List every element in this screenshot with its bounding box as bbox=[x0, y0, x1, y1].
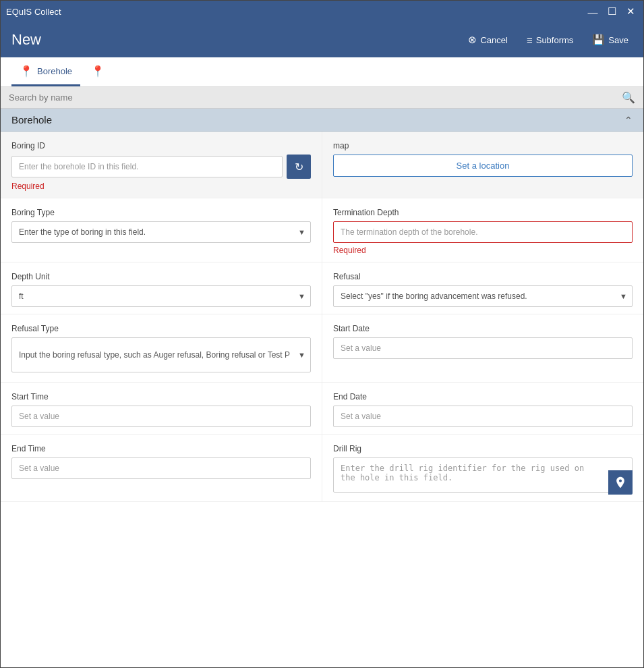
drill-rig-svg-icon bbox=[614, 476, 627, 489]
main-window: EQuIS Collect — ☐ ✕ New ⊗ Cancel ≡ Subfo… bbox=[0, 0, 644, 668]
depth-unit-wrapper: ft m cm in ▼ bbox=[11, 285, 311, 307]
boring-id-required: Required bbox=[11, 182, 311, 191]
row-boring-id-map: Boring ID ↻ Required map Set a location bbox=[1, 132, 643, 198]
subforms-button[interactable]: ≡ Subforms bbox=[523, 32, 577, 49]
title-bar-controls: — ☐ ✕ bbox=[585, 4, 638, 19]
field-boring-type: Boring Type Enter the type of boring in … bbox=[1, 198, 322, 262]
set-location-button[interactable]: Set a location bbox=[333, 155, 633, 177]
row-boring-type-termination: Boring Type Enter the type of boring in … bbox=[1, 198, 643, 262]
drill-rig-label: Drill Rig bbox=[333, 444, 633, 453]
field-map: map Set a location bbox=[322, 132, 643, 198]
end-date-input[interactable] bbox=[333, 406, 633, 427]
form-content: Boring ID ↻ Required map Set a location … bbox=[1, 132, 643, 667]
page-title: New bbox=[11, 31, 41, 49]
title-bar-left: EQuIS Collect bbox=[6, 7, 61, 17]
drill-rig-input[interactable] bbox=[333, 457, 633, 493]
row-end-time-drill-rig: End Time Drill Rig bbox=[1, 435, 643, 502]
cancel-button[interactable]: ⊗ Cancel bbox=[464, 31, 511, 49]
depth-unit-select[interactable]: ft m cm in bbox=[11, 285, 311, 307]
close-button[interactable]: ✕ bbox=[623, 4, 638, 19]
borehole-tab-label: Borehole bbox=[37, 66, 72, 76]
row-refusal-type-start-date: Refusal Type Input the boring refusal ty… bbox=[1, 314, 643, 383]
field-start-time: Start Time bbox=[1, 383, 322, 434]
end-time-label: End Time bbox=[11, 444, 311, 453]
pin-tab-icon: 📍 bbox=[91, 65, 105, 78]
field-end-time: End Time bbox=[1, 435, 322, 501]
refusal-type-wrapper: Input the boring refusal type, such as A… bbox=[11, 337, 311, 372]
cancel-label: Cancel bbox=[480, 35, 507, 45]
field-start-date: Start Date bbox=[322, 314, 643, 382]
field-refusal: Refusal Select "yes" if the boring advan… bbox=[322, 262, 643, 314]
boring-id-input[interactable] bbox=[11, 156, 283, 177]
search-bar: 🔍 bbox=[1, 87, 643, 109]
start-time-input[interactable] bbox=[11, 406, 311, 427]
boring-type-label: Boring Type bbox=[11, 208, 311, 217]
save-label: Save bbox=[608, 35, 628, 45]
search-icon: 🔍 bbox=[622, 91, 635, 104]
termination-depth-required: Required bbox=[333, 246, 633, 255]
title-bar: EQuIS Collect — ☐ ✕ bbox=[1, 1, 643, 22]
refusal-wrapper: Select "yes" if the boring advancement w… bbox=[333, 285, 633, 307]
start-date-input[interactable] bbox=[333, 337, 633, 359]
boring-id-input-row: ↻ bbox=[11, 155, 311, 179]
map-label: map bbox=[333, 141, 633, 150]
termination-depth-label: Termination Depth bbox=[333, 208, 633, 217]
start-time-label: Start Time bbox=[11, 392, 311, 401]
section-header-borehole[interactable]: Borehole ⌃ bbox=[1, 109, 643, 132]
save-icon: 💾 bbox=[592, 34, 605, 46]
app-title: EQuIS Collect bbox=[6, 7, 61, 17]
refusal-label: Refusal bbox=[333, 272, 633, 281]
field-termination-depth: Termination Depth Required bbox=[322, 198, 643, 262]
refresh-button[interactable]: ↻ bbox=[287, 155, 311, 179]
refresh-icon: ↻ bbox=[295, 161, 303, 173]
boring-id-label: Boring ID bbox=[11, 141, 311, 150]
section-title: Borehole bbox=[11, 114, 52, 126]
header-bar: New ⊗ Cancel ≡ Subforms 💾 Save bbox=[1, 22, 643, 57]
search-input[interactable] bbox=[9, 92, 622, 103]
row-start-time-end-date: Start Time End Date bbox=[1, 383, 643, 435]
tab-borehole[interactable]: 📍 Borehole bbox=[11, 57, 80, 86]
drill-rig-icon-button[interactable] bbox=[608, 470, 633, 495]
subforms-icon: ≡ bbox=[527, 34, 533, 46]
tabs-bar: 📍 Borehole 📍 bbox=[1, 57, 643, 87]
boring-type-select[interactable]: Enter the type of boring in this field. bbox=[11, 221, 311, 243]
maximize-button[interactable]: ☐ bbox=[604, 4, 619, 19]
minimize-button[interactable]: — bbox=[585, 4, 600, 19]
header-actions: ⊗ Cancel ≡ Subforms 💾 Save bbox=[464, 31, 633, 49]
subforms-label: Subforms bbox=[536, 35, 574, 45]
chevron-up-icon: ⌃ bbox=[624, 115, 633, 126]
depth-unit-label: Depth Unit bbox=[11, 272, 311, 281]
end-time-input[interactable] bbox=[11, 457, 311, 479]
boring-type-wrapper: Enter the type of boring in this field. … bbox=[11, 221, 311, 243]
drill-rig-wrapper bbox=[333, 457, 633, 495]
row-depth-unit-refusal: Depth Unit ft m cm in ▼ Refusal Select "… bbox=[1, 262, 643, 314]
field-boring-id: Boring ID ↻ Required bbox=[1, 132, 322, 198]
refusal-select[interactable]: Select "yes" if the boring advancement w… bbox=[333, 285, 633, 307]
save-button[interactable]: 💾 Save bbox=[588, 31, 633, 49]
field-depth-unit: Depth Unit ft m cm in ▼ bbox=[1, 262, 322, 314]
refusal-type-label: Refusal Type bbox=[11, 324, 311, 333]
refusal-type-select[interactable]: Input the boring refusal type, such as A… bbox=[11, 337, 311, 372]
termination-depth-input[interactable] bbox=[333, 221, 633, 243]
borehole-tab-icon: 📍 bbox=[20, 65, 33, 78]
cancel-icon: ⊗ bbox=[468, 34, 477, 46]
field-drill-rig: Drill Rig bbox=[322, 435, 643, 501]
field-end-date: End Date bbox=[322, 383, 643, 434]
end-date-label: End Date bbox=[333, 392, 633, 401]
tab-pin[interactable]: 📍 bbox=[83, 57, 113, 86]
start-date-label: Start Date bbox=[333, 324, 633, 333]
field-refusal-type: Refusal Type Input the boring refusal ty… bbox=[1, 314, 322, 382]
